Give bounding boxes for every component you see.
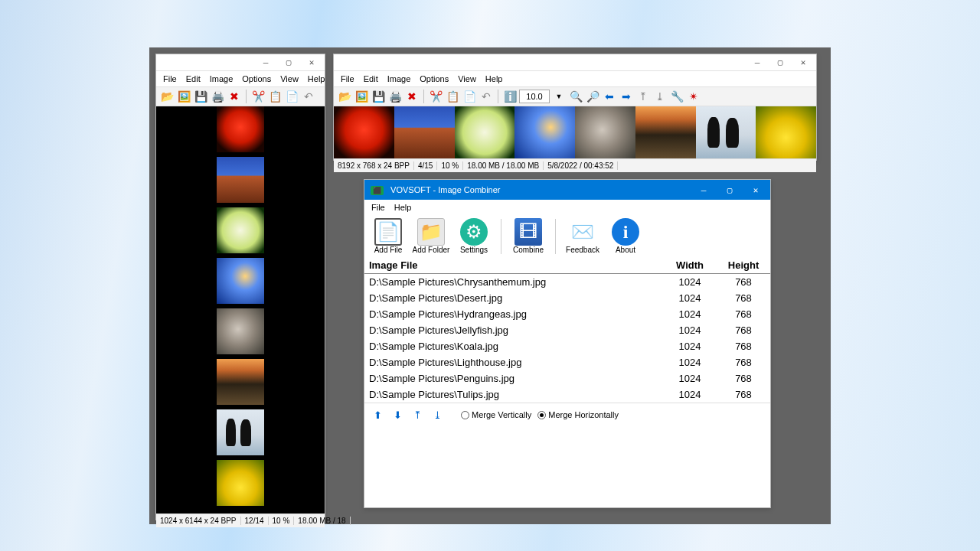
move-down-icon[interactable]: ⬇ — [390, 408, 404, 422]
info-icon[interactable]: ℹ️ — [502, 89, 518, 104]
table-row[interactable]: D:\Sample Pictures\Lighthouse.jpg1024768 — [364, 354, 770, 370]
copy-icon[interactable]: 📋 — [267, 89, 283, 104]
print-icon[interactable]: 🖨️ — [387, 89, 403, 104]
merge-horizontally-radio[interactable]: Merge Horizontally — [537, 410, 619, 419]
save-icon[interactable]: 💾 — [193, 89, 208, 104]
menu-edit[interactable]: Edit — [182, 73, 204, 85]
thumbnail-peng[interactable] — [217, 409, 264, 455]
thumbnail-tulip[interactable] — [756, 106, 816, 158]
menu-view[interactable]: View — [454, 73, 480, 85]
titlebar[interactable]: ⬛ VOVSOFT - Image Combiner — ▢ ✕ — [364, 180, 770, 200]
cut-icon[interactable]: ✂️ — [250, 89, 266, 104]
zoom-input[interactable] — [519, 90, 550, 103]
save-icon[interactable]: 💾 — [371, 89, 386, 104]
slideshow-icon[interactable]: 🖼️ — [176, 89, 191, 104]
dropdown-icon[interactable]: ▼ — [551, 89, 567, 104]
maximize-button[interactable]: ▢ — [769, 54, 792, 70]
delete-icon[interactable]: ✖ — [227, 89, 242, 104]
thumbnail-jelly[interactable] — [217, 258, 264, 304]
table-row[interactable]: D:\Sample Pictures\Chrysanthemum.jpg1024… — [364, 274, 770, 291]
feedback-button[interactable]: ✉️ Feedback — [564, 218, 602, 254]
menu-edit[interactable]: Edit — [360, 73, 382, 85]
zoom-out-icon[interactable]: 🔎 — [585, 89, 600, 104]
image-viewport[interactable] — [334, 106, 816, 158]
table-row[interactable]: D:\Sample Pictures\Tulips.jpg1024768 — [364, 386, 770, 403]
add-file-button[interactable]: 📄 Add File — [369, 218, 407, 254]
titlebar[interactable]: — ▢ ✕ — [156, 54, 325, 71]
menu-options[interactable]: Options — [416, 73, 452, 85]
menu-help[interactable]: Help — [304, 73, 329, 85]
delete-icon[interactable]: ✖ — [404, 89, 420, 104]
menu-view[interactable]: View — [276, 73, 302, 85]
thumbnail-flower[interactable] — [217, 106, 264, 152]
thumbnail-hydra[interactable] — [455, 106, 515, 158]
thumbnail-jelly[interactable] — [514, 106, 575, 158]
menu-file[interactable]: File — [337, 73, 358, 85]
plugin-icon[interactable]: ✴ — [686, 89, 701, 104]
table-row[interactable]: D:\Sample Pictures\Penguins.jpg1024768 — [364, 370, 770, 386]
thumbnail-hydra[interactable] — [217, 207, 264, 253]
thumbnail-koala[interactable] — [575, 106, 635, 158]
menu-image[interactable]: Image — [384, 73, 415, 85]
paste-icon[interactable]: 📄 — [284, 89, 299, 104]
thumbnail-light[interactable] — [635, 106, 696, 158]
menu-help[interactable]: Help — [482, 73, 507, 85]
undo-icon[interactable]: ↶ — [301, 89, 316, 104]
settings-button[interactable]: ⚙ Settings — [455, 218, 493, 254]
move-bottom-icon[interactable]: ⤓ — [430, 408, 444, 422]
prev-icon[interactable]: ⬅ — [602, 89, 617, 104]
move-top-icon[interactable]: ⤒ — [635, 89, 651, 104]
thumbnail-desert[interactable] — [217, 157, 264, 203]
col-width[interactable]: Width — [663, 257, 717, 274]
menu-help[interactable]: Help — [390, 201, 416, 214]
about-button[interactable]: i About — [606, 218, 645, 254]
zoom-in-icon[interactable]: 🔍 — [568, 89, 583, 104]
thumbnail-flower[interactable] — [334, 106, 394, 158]
cell-width: 1024 — [663, 322, 717, 338]
minimize-button[interactable]: — — [254, 54, 277, 70]
move-bottom-icon[interactable]: ⤓ — [652, 89, 668, 104]
menu-file[interactable]: File — [368, 201, 389, 214]
cell-height: 768 — [717, 290, 770, 306]
close-button[interactable]: ✕ — [743, 180, 769, 200]
thumbnail-tulip[interactable] — [217, 460, 264, 506]
combine-button[interactable]: 🎞 Combine — [509, 218, 547, 254]
merge-vertically-radio[interactable]: Merge Vertically — [461, 410, 531, 419]
paste-icon[interactable]: 📄 — [462, 89, 477, 104]
maximize-button[interactable]: ▢ — [277, 54, 300, 70]
table-row[interactable]: D:\Sample Pictures\Desert.jpg1024768 — [364, 290, 770, 306]
toolbar: 📄 Add File 📁 Add Folder ⚙ Settings 🎞 Com… — [364, 215, 770, 256]
menu-options[interactable]: Options — [238, 73, 275, 85]
col-file[interactable]: Image File — [364, 257, 663, 274]
move-top-icon[interactable]: ⤒ — [410, 408, 424, 422]
next-icon[interactable]: ➡ — [619, 89, 634, 104]
copy-icon[interactable]: 📋 — [445, 89, 460, 104]
table-row[interactable]: D:\Sample Pictures\Jellyfish.jpg1024768 — [364, 322, 770, 338]
thumbnail-koala[interactable] — [217, 308, 264, 354]
slideshow-icon[interactable]: 🖼️ — [354, 89, 369, 104]
close-button[interactable]: ✕ — [792, 54, 815, 70]
table-row[interactable]: D:\Sample Pictures\Koala.jpg1024768 — [364, 338, 770, 354]
titlebar[interactable]: — ▢ ✕ — [334, 54, 816, 71]
open-icon[interactable]: 📂 — [337, 89, 352, 104]
table-row[interactable]: D:\Sample Pictures\Hydrangeas.jpg1024768 — [364, 306, 770, 322]
thumbnail-desert[interactable] — [394, 106, 455, 158]
print-icon[interactable]: 🖨️ — [210, 89, 225, 104]
move-up-icon[interactable]: ⬆ — [371, 408, 384, 422]
tools-icon[interactable]: 🔧 — [669, 89, 684, 104]
open-icon[interactable]: 📂 — [159, 89, 175, 104]
menu-image[interactable]: Image — [206, 73, 237, 85]
thumbnail-peng[interactable] — [696, 106, 756, 158]
undo-icon[interactable]: ↶ — [479, 89, 494, 104]
thumbnail-light[interactable] — [217, 359, 264, 405]
col-height[interactable]: Height — [717, 257, 770, 274]
cell-height: 768 — [717, 322, 770, 338]
maximize-button[interactable]: ▢ — [717, 180, 743, 200]
minimize-button[interactable]: — — [691, 180, 717, 200]
close-button[interactable]: ✕ — [300, 54, 323, 70]
add-folder-button[interactable]: 📁 Add Folder — [412, 218, 450, 254]
menu-file[interactable]: File — [159, 73, 181, 85]
cut-icon[interactable]: ✂️ — [428, 89, 443, 104]
minimize-button[interactable]: — — [746, 54, 769, 70]
image-viewport[interactable] — [156, 106, 325, 514]
